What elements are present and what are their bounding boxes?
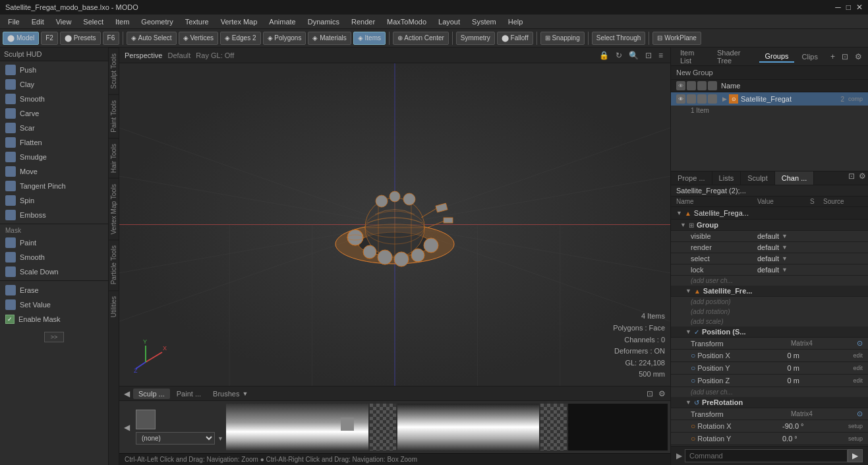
items-button[interactable]: ◈ Items — [353, 32, 386, 45]
right-add-btn[interactable]: + — [828, 52, 837, 61]
vertices-button[interactable]: ◈ Vertices — [179, 32, 218, 45]
tool-scar[interactable]: Scar — [0, 121, 108, 135]
group-expand[interactable]: ▼ — [680, 222, 686, 228]
side-tab-vertexmap[interactable]: Vertex Map Tools — [109, 178, 119, 240]
prop-rot-y-value[interactable]: 0.0 ° — [782, 435, 835, 443]
symmetry-button[interactable]: Symmetry — [456, 32, 495, 45]
prop-render-value[interactable]: default ▼ — [757, 243, 810, 251]
item-satellite[interactable]: 👁 ▶ ⊙ Satellite_Fregat 2 comp — [671, 92, 868, 106]
action-center-button[interactable]: ⊕ Action Center — [393, 32, 449, 45]
rot-link-icon[interactable]: ⊙ — [857, 410, 863, 418]
tab-shader-tree[interactable]: Shader Tree — [712, 47, 757, 66]
menu-render[interactable]: Render — [346, 16, 380, 27]
visible-dropdown-icon[interactable]: ▼ — [782, 233, 788, 239]
bottom-settings-btn[interactable]: ⚙ — [656, 389, 668, 398]
viewport-3d[interactable]: X Y Z 4 Items Polygons : Face Channels :… — [119, 63, 670, 386]
tool-push[interactable]: Push — [0, 63, 108, 77]
tool-scale-down[interactable]: Scale Down — [0, 264, 108, 279]
side-tab-hair[interactable]: Hair Tools — [109, 138, 119, 178]
tab-item-list[interactable]: Item List — [675, 47, 709, 66]
tool-smudge[interactable]: Smudge — [0, 150, 108, 164]
sat-expand[interactable]: ▼ — [685, 288, 691, 294]
bottom-left-arrow[interactable]: ◀ — [122, 423, 132, 432]
minimize-button[interactable]: ─ — [835, 3, 841, 12]
menu-dynamics[interactable]: Dynamics — [303, 16, 345, 27]
selector-arrow[interactable]: ▼ — [217, 435, 223, 442]
side-tab-paint[interactable]: Paint Tools — [109, 94, 119, 138]
bottom-expand-btn[interactable]: ⊡ — [645, 389, 655, 398]
prop-pos-x-value[interactable]: 0 m — [787, 352, 840, 359]
tool-carve[interactable]: Carve — [0, 106, 108, 121]
maximize-button[interactable]: □ — [846, 3, 851, 12]
selector-dropdown[interactable]: (none) — [136, 432, 215, 445]
polygons-button[interactable]: ◈ Polygons — [263, 32, 306, 45]
tool-smooth-mask[interactable]: Smooth — [0, 250, 108, 264]
command-input[interactable] — [685, 449, 848, 462]
prop-add-rotation[interactable]: (add rotation) — [671, 307, 868, 317]
model-mode-button[interactable]: ⬤ Model — [3, 32, 39, 45]
menu-view[interactable]: View — [51, 16, 77, 27]
props-tab-sculpt[interactable]: Sculpt — [741, 171, 775, 185]
right-expand-btn[interactable]: ⊡ — [840, 52, 850, 61]
menu-vertexmap[interactable]: Vertex Map — [216, 16, 263, 27]
color-swatch[interactable] — [136, 410, 156, 429]
menu-layout[interactable]: Layout — [433, 16, 465, 27]
tool-clay[interactable]: Clay — [0, 77, 108, 92]
props-tab-lists[interactable]: Lists — [712, 171, 741, 185]
viewport-refresh-btn[interactable]: ↻ — [614, 51, 624, 60]
bottom-tab-brushes[interactable]: Brushes ▼ — [208, 388, 253, 399]
enable-mask-checkbox[interactable]: ✓ — [5, 315, 14, 324]
prop-pos-z-value[interactable]: 0 m — [787, 377, 840, 385]
tool-tangent-pinch[interactable]: Tangent Pinch — [0, 179, 108, 193]
menu-item[interactable]: Item — [110, 16, 134, 27]
pos-expand[interactable]: ▼ — [685, 328, 691, 335]
item-lock[interactable] — [708, 94, 717, 104]
materials-button[interactable]: ◈ Materials — [308, 32, 351, 45]
side-tab-sculpt[interactable]: Sculpt Tools — [109, 47, 119, 94]
command-run-btn[interactable]: ▶ — [848, 449, 863, 462]
tool-set-value[interactable]: Set Value — [0, 297, 108, 312]
bottom-tab-sculpt[interactable]: Sculp ... — [133, 388, 170, 399]
prop-visible-value[interactable]: default ▼ — [757, 232, 810, 240]
tool-move[interactable]: Move — [0, 164, 108, 179]
auto-select-button[interactable]: ◈ Auto Select — [127, 32, 176, 45]
workplane-button[interactable]: ⊟ WorkPlane — [652, 32, 701, 45]
transform-link-icon[interactable]: ⊙ — [857, 339, 863, 348]
prop-select-value[interactable]: default ▼ — [757, 255, 810, 263]
viewport-menu-btn[interactable]: ≡ — [656, 51, 665, 60]
props-expand-btn[interactable]: ⊡ — [846, 171, 857, 185]
tool-flatten[interactable]: Flatten — [0, 135, 108, 150]
falloff-button[interactable]: ⬤ Falloff — [497, 32, 533, 45]
prerot-expand[interactable]: ▼ — [685, 399, 691, 406]
menu-system[interactable]: System — [467, 16, 502, 27]
snapping-button[interactable]: ⊞ Snapping — [540, 32, 585, 45]
select-through-button[interactable]: Select Through — [592, 32, 646, 45]
viewport-expand-btn[interactable]: ⊡ — [643, 51, 654, 60]
tool-spin[interactable]: Spin — [0, 193, 108, 208]
close-button[interactable]: ✕ — [856, 3, 863, 12]
tool-paint[interactable]: Paint — [0, 235, 108, 250]
prop-rot-x-value[interactable]: -90.0 ° — [782, 422, 835, 430]
viewport-zoom-btn[interactable]: 🔍 — [627, 51, 641, 60]
bottom-back-btn[interactable]: ◀ — [122, 389, 132, 398]
prop-rot-x-setup[interactable]: setup — [848, 423, 863, 429]
item-arrow[interactable]: ▶ — [722, 96, 727, 102]
menu-file[interactable]: File — [3, 16, 25, 27]
item-eye[interactable]: 👁 — [676, 94, 685, 104]
side-tab-particle[interactable]: Particle Tools — [109, 239, 119, 290]
bottom-tab-paint[interactable]: Paint ... — [171, 388, 206, 399]
tab-clips[interactable]: Clips — [797, 51, 823, 62]
menu-edit[interactable]: Edit — [26, 16, 49, 27]
edges-button[interactable]: ◈ Edges 2 — [220, 32, 260, 45]
prop-pos-x-edit[interactable]: edit — [853, 352, 863, 359]
menu-select[interactable]: Select — [78, 16, 109, 27]
item-select[interactable] — [697, 94, 707, 104]
tool-erase[interactable]: Erase — [0, 283, 108, 297]
select-dropdown-icon[interactable]: ▼ — [782, 255, 788, 262]
prop-pos-y-value[interactable]: 0 m — [787, 364, 840, 372]
prop-add-position[interactable]: (add position) — [671, 297, 868, 307]
pos-check-icon[interactable]: ✓ — [694, 328, 699, 336]
prop-rot-y-setup[interactable]: setup — [848, 435, 863, 442]
f2-button[interactable]: F2 — [41, 32, 58, 45]
tool-emboss[interactable]: Emboss — [0, 208, 108, 222]
